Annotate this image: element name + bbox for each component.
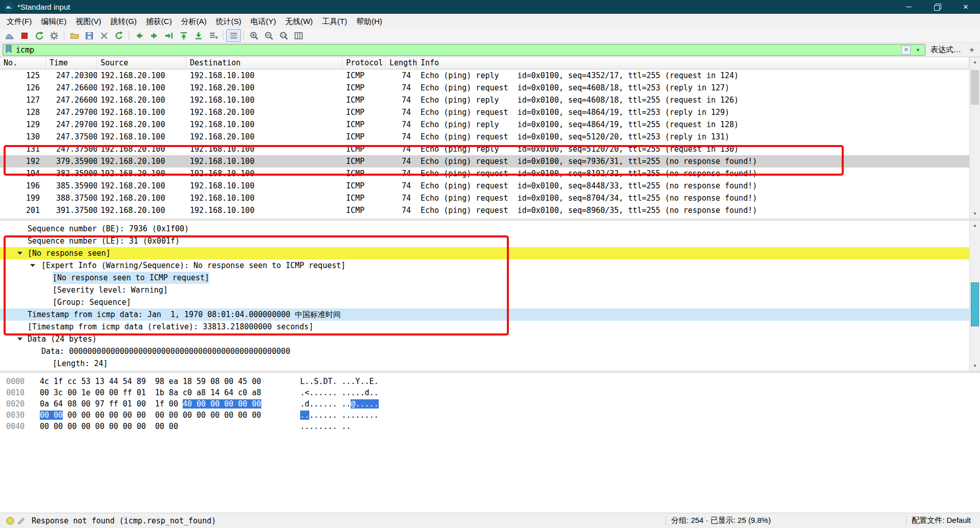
column-header-source[interactable]: Source: [97, 57, 186, 69]
packet-list-scroll-thumb[interactable]: [971, 70, 979, 105]
profile-label[interactable]: 配置文件: Default: [912, 516, 971, 525]
ascii-bytes[interactable]: L..S.DT. ...Y..E.: [300, 376, 379, 387]
expression-button[interactable]: 表达式…: [925, 45, 966, 55]
save-file-icon[interactable]: [82, 29, 96, 42]
scroll-up-icon[interactable]: ▲: [970, 57, 980, 67]
hex-row-0000[interactable]: 00004c 1f cc 53 13 44 54 89 98 ea 18 59 …: [0, 376, 980, 387]
menu-item-3[interactable]: 跳转(G): [106, 14, 141, 29]
detail-line-5[interactable]: [Severity level: Warning]: [0, 284, 969, 296]
detail-line-9[interactable]: Data (24 bytes): [0, 333, 969, 345]
go-to-top-icon[interactable]: [176, 29, 191, 42]
detail-line-10[interactable]: Data: 0000000000000000000000000000000000…: [0, 345, 969, 357]
packet-row-127[interactable]: 127247.266000192.168.20.100192.168.10.10…: [0, 94, 969, 106]
ascii-bytes[interactable]: .d...... ..@.....: [300, 398, 379, 410]
detail-line-0[interactable]: Sequence number (BE): 7936 (0x1f00): [0, 223, 969, 235]
hex-bytes[interactable]: 00 00 00 00 00 00 00 00 00 00: [40, 421, 178, 432]
menu-item-10[interactable]: 帮助(H): [352, 14, 387, 29]
minimize-button[interactable]: [894, 0, 923, 14]
column-header-time[interactable]: Time: [46, 57, 97, 69]
hex-bytes[interactable]: 00 3c 00 1e 00 00 ff 01 1b 8a c0 a8 14 6…: [40, 387, 261, 398]
ascii-bytes[interactable]: ........ ........: [300, 410, 379, 421]
detail-line-2[interactable]: [No response seen]: [0, 247, 969, 259]
detail-line-6[interactable]: [Group: Sequence]: [0, 296, 969, 308]
start-capture-icon[interactable]: [2, 29, 17, 42]
scroll-down-icon[interactable]: ▼: [970, 209, 980, 219]
ascii-bytes[interactable]: .<...... .....d..: [300, 387, 379, 398]
detail-line-11[interactable]: [Length: 24]: [0, 357, 969, 370]
expert-info-icon[interactable]: [6, 517, 14, 525]
menu-item-5[interactable]: 分析(A): [177, 14, 211, 29]
restore-button[interactable]: [923, 0, 951, 14]
packet-row-129[interactable]: 129247.297000192.168.20.100192.168.10.10…: [0, 118, 969, 131]
column-header-length[interactable]: Length: [386, 57, 417, 69]
column-header-destination[interactable]: Destination: [186, 57, 342, 69]
details-scroll-thumb[interactable]: [971, 282, 979, 326]
close-button[interactable]: ✕: [951, 0, 980, 14]
hex-bytes[interactable]: 00 00 00 00 00 00 00 00 00 00 00 00 00 0…: [40, 410, 261, 421]
packet-row-194[interactable]: 194382.359000192.168.20.100192.168.10.10…: [0, 167, 969, 180]
hex-row-0010[interactable]: 001000 3c 00 1e 00 00 ff 01 1b 8a c0 a8 …: [0, 387, 980, 398]
filter-clear-icon[interactable]: ✕: [901, 45, 911, 55]
packet-cell: 192.168.20.100: [97, 143, 186, 155]
hex-row-0020[interactable]: 00200a 64 08 00 97 ff 01 00 1f 00 40 00 …: [0, 398, 980, 410]
hex-bytes[interactable]: 4c 1f cc 53 13 44 54 89 98 ea 18 59 08 0…: [40, 376, 261, 387]
menu-item-6[interactable]: 统计(S): [211, 14, 246, 29]
zoom-out-icon[interactable]: [261, 29, 276, 42]
packet-list-scrollbar[interactable]: ▲ ▼: [969, 57, 980, 219]
menu-item-4[interactable]: 捕获(C): [141, 14, 177, 29]
add-filter-button[interactable]: +: [966, 45, 977, 55]
open-file-icon[interactable]: [67, 29, 82, 42]
detail-line-8[interactable]: [Timestamp from icmp data (relative): 33…: [0, 321, 969, 333]
detail-line-4[interactable]: [No response seen to ICMP request]: [0, 272, 969, 284]
zoom-in-icon[interactable]: [247, 29, 261, 42]
go-to-packet-icon[interactable]: [161, 29, 176, 42]
go-to-bottom-icon[interactable]: [191, 29, 206, 42]
filter-dropdown-icon[interactable]: ▼: [916, 47, 920, 53]
packet-row-126[interactable]: 126247.266000192.168.10.100192.168.20.10…: [0, 82, 969, 94]
detail-line-7[interactable]: Timestamp from icmp data: Jan 1, 1970 08…: [0, 308, 969, 321]
packet-row-192[interactable]: 192379.359000192.168.20.100192.168.10.10…: [0, 155, 969, 167]
hex-row-0030[interactable]: 003000 00 00 00 00 00 00 00 00 00 00 00 …: [0, 410, 980, 421]
ascii-bytes[interactable]: ........ ..: [300, 421, 351, 432]
expand-arrow-icon[interactable]: [30, 264, 35, 267]
packet-row-128[interactable]: 128247.297000192.168.10.100192.168.20.10…: [0, 106, 969, 118]
column-header-info[interactable]: Info: [417, 57, 969, 69]
menu-item-9[interactable]: 工具(T): [317, 14, 352, 29]
detail-line-3[interactable]: [Expert Info (Warning/Sequence): No resp…: [0, 259, 969, 272]
filter-bookmark-icon[interactable]: [5, 44, 12, 55]
scroll-up-icon[interactable]: ▲: [970, 221, 980, 230]
zoom-reset-icon[interactable]: 1:1: [276, 29, 291, 42]
column-header-no[interactable]: No.: [0, 57, 46, 69]
go-back-icon[interactable]: [132, 29, 146, 42]
detail-line-1[interactable]: Sequence number (LE): 31 (0x001f): [0, 235, 969, 247]
details-scrollbar[interactable]: ▲ ▼: [969, 221, 980, 371]
menu-item-2[interactable]: 视图(V): [71, 14, 106, 29]
resize-columns-icon[interactable]: [291, 29, 306, 42]
reload-file-icon[interactable]: [111, 29, 126, 42]
auto-scroll-icon[interactable]: [206, 29, 220, 42]
go-forward-icon[interactable]: [146, 29, 161, 42]
packet-row-199[interactable]: 199388.375000192.168.20.100192.168.10.10…: [0, 192, 969, 204]
close-file-icon[interactable]: [96, 29, 111, 42]
menu-item-7[interactable]: 电话(Y): [246, 14, 281, 29]
packet-row-125[interactable]: 125247.203000192.168.20.100192.168.10.10…: [0, 69, 969, 82]
menu-item-1[interactable]: 编辑(E): [36, 14, 71, 29]
packet-row-130[interactable]: 130247.375000192.168.10.100192.168.20.10…: [0, 131, 969, 143]
column-header-protocol[interactable]: Protocol: [342, 57, 386, 69]
packet-row-131[interactable]: 131247.375000192.168.20.100192.168.10.10…: [0, 143, 969, 155]
expand-arrow-icon[interactable]: [17, 252, 22, 255]
colorize-icon[interactable]: [226, 29, 241, 42]
packet-row-201[interactable]: 201391.375000192.168.20.100192.168.10.10…: [0, 204, 969, 217]
display-filter-input[interactable]: icmp ✕ ▼: [3, 44, 925, 56]
capture-comment-icon[interactable]: [17, 517, 26, 525]
packet-row-196[interactable]: 196385.359000192.168.20.100192.168.10.10…: [0, 180, 969, 192]
capture-options-icon[interactable]: [46, 29, 61, 42]
scroll-down-icon[interactable]: ▼: [970, 361, 980, 371]
stop-capture-icon[interactable]: [17, 29, 32, 42]
hex-row-0040[interactable]: 004000 00 00 00 00 00 00 00 00 00.......…: [0, 421, 980, 432]
expand-arrow-icon[interactable]: [17, 338, 22, 341]
menu-item-0[interactable]: 文件(F): [2, 14, 36, 29]
menu-item-8[interactable]: 无线(W): [281, 14, 317, 29]
hex-bytes[interactable]: 0a 64 08 00 97 ff 01 00 1f 00 40 00 00 0…: [40, 398, 261, 410]
restart-capture-icon[interactable]: [32, 29, 46, 42]
